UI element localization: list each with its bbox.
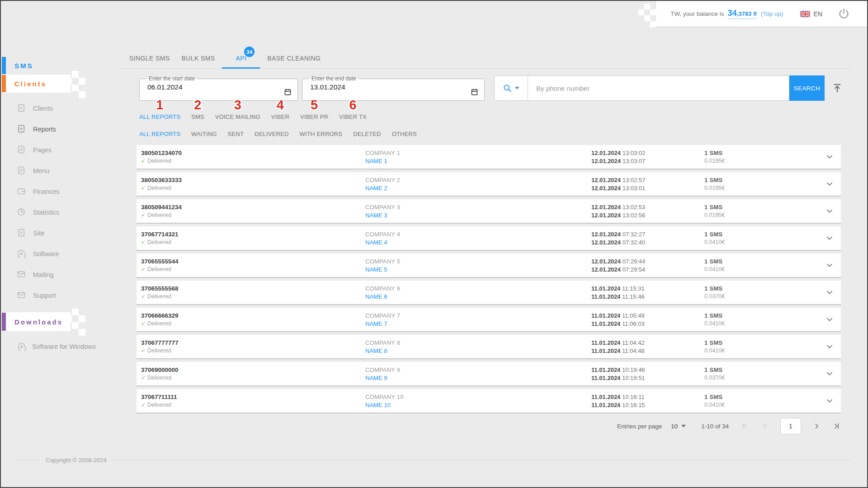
sidebar-item-pages[interactable]: Pages (2, 140, 114, 160)
table-row[interactable]: 37067711111 ✓Delivered COMPANY 10 NAME 1… (137, 389, 841, 413)
sidebar-item-reports[interactable]: Reports (2, 119, 114, 140)
table-row[interactable]: 380503633333 ✓Delivered COMPANY 2 NAME 2… (137, 172, 841, 197)
sender-name-link[interactable]: NAME 5 (365, 266, 591, 273)
delivered-timestamp: 11.01.2024 11:06:03 (591, 320, 704, 328)
tab-base-cleaning[interactable]: BASE CLEANING (267, 48, 321, 68)
expand-row-chevron-icon[interactable] (825, 369, 843, 379)
expand-row-chevron-icon[interactable] (825, 152, 843, 162)
balance-amount[interactable]: 34,3783 ₴ (728, 9, 757, 19)
delivered-timestamp: 12.01.2024 07:29:54 (591, 266, 704, 273)
sidebar-section-sms[interactable]: SMS (2, 56, 114, 75)
sender-name-link[interactable]: NAME 10 (365, 401, 591, 409)
sender-name-link[interactable]: NAME 3 (365, 211, 591, 219)
status-filter-others[interactable]: OTHERS (392, 131, 417, 137)
previous-page-button[interactable] (760, 422, 769, 431)
sender-name-link[interactable]: NAME 2 (365, 184, 591, 192)
first-page-button[interactable] (741, 422, 750, 431)
delivery-status: ✓Delivered (141, 401, 365, 409)
search-type-dropdown[interactable] (494, 75, 528, 101)
company-name: COMPANY 5 (365, 258, 591, 265)
table-row[interactable]: 37069000000 ✓Delivered COMPANY 9 NAME 9 … (137, 362, 841, 386)
report-list: 380501234070 ✓Delivered COMPANY 1 NAME 1… (137, 145, 841, 413)
sender-name-link[interactable]: NAME 6 (365, 293, 591, 300)
expand-row-chevron-icon[interactable] (825, 179, 843, 189)
footer: Copyright © 2008-2024 (17, 457, 851, 464)
envelope-icon (17, 291, 26, 301)
page-size-select[interactable]: 10 (671, 423, 686, 430)
type-filter-all-reports[interactable]: 1 ALL REPORTS (139, 113, 180, 120)
sidebar-item-menu[interactable]: Menu (2, 160, 114, 181)
sms-cost: 0.0410€ (704, 320, 825, 328)
end-date-label: Enter the end date (309, 75, 359, 82)
table-row[interactable]: 37065555568 ✓Delivered COMPANY 6 NAME 6 … (137, 281, 841, 305)
sidebar-item-site[interactable]: Site (2, 223, 114, 244)
last-page-button[interactable] (832, 422, 841, 431)
sender-name-link[interactable]: NAME 7 (365, 320, 591, 328)
sidebar-item-support[interactable]: Support (2, 285, 114, 306)
sidebar-section-downloads[interactable]: Downloads (2, 312, 71, 331)
expand-row-chevron-icon[interactable] (825, 342, 843, 352)
sms-count: 1 SMS (704, 366, 825, 374)
download-icon (17, 249, 26, 259)
expand-row-chevron-icon[interactable] (825, 206, 843, 216)
calendar-icon[interactable] (471, 88, 478, 95)
status-filter-with-errors[interactable]: WITH ERRORS (300, 131, 343, 137)
sidebar-section-clients[interactable]: Clients (2, 75, 71, 93)
sender-name-link[interactable]: NAME 9 (365, 374, 591, 382)
language-selector[interactable]: EN (800, 10, 822, 18)
delivery-status: ✓Delivered (141, 157, 365, 165)
status-filter-delivered[interactable]: DELIVERED (255, 131, 289, 137)
next-page-button[interactable] (812, 422, 821, 431)
search-button[interactable]: SEARCH (789, 75, 825, 101)
status-filter-sent[interactable]: SENT (228, 131, 244, 137)
sender-name-link[interactable]: NAME 1 (365, 157, 591, 165)
status-filter-waiting[interactable]: WAITING (191, 131, 217, 137)
language-code: EN (814, 10, 822, 18)
upload-icon[interactable] (832, 83, 842, 93)
type-filter-viber[interactable]: 4 VIBER (271, 113, 289, 120)
type-filter-viber-pr[interactable]: 5 VIBER PR (300, 113, 328, 120)
expand-row-chevron-icon[interactable] (825, 260, 843, 270)
expand-row-chevron-icon[interactable] (825, 287, 843, 297)
top-up-link[interactable]: (Top up) (761, 10, 783, 17)
document-icon (17, 166, 26, 176)
sidebar-item-software[interactable]: Software (2, 244, 114, 264)
balance-label: TW, your balance is (670, 10, 724, 17)
table-row[interactable]: 37065555544 ✓Delivered COMPANY 5 NAME 5 … (137, 253, 841, 278)
sidebar-menu: Clients Reports Pages Menu Finances Stat… (2, 98, 114, 306)
start-date-input[interactable]: Enter the start date 06.01.2024 (139, 75, 298, 101)
sidebar-item-clients[interactable]: Clients (2, 98, 114, 119)
status-filter-deleted[interactable]: DELETED (353, 131, 381, 137)
table-row[interactable]: 380509441234 ✓Delivered COMPANY 3 NAME 3… (137, 199, 841, 224)
table-row[interactable]: 380501234070 ✓Delivered COMPANY 1 NAME 1… (137, 145, 841, 169)
expand-row-chevron-icon[interactable] (825, 314, 843, 324)
company-name: COMPANY 6 (365, 285, 591, 292)
calendar-icon[interactable] (284, 88, 292, 95)
status-filter-all-reports[interactable]: ALL REPORTS (139, 131, 180, 137)
search-input[interactable] (528, 76, 789, 100)
page-range-label: 1-10 of 34 (701, 423, 729, 430)
tab-api[interactable]: 34 API (236, 48, 247, 68)
sidebar-item-mailing[interactable]: Mailing (2, 264, 114, 285)
tab-bulk-sms[interactable]: BULK SMS (181, 48, 216, 68)
sender-name-link[interactable]: NAME 4 (365, 239, 591, 246)
sidebar-item-software-for-windows[interactable]: Software for Windows (2, 336, 114, 354)
power-icon[interactable] (838, 8, 850, 20)
type-filter-sms[interactable]: 2 SMS (191, 113, 204, 120)
expand-row-chevron-icon[interactable] (825, 233, 843, 243)
delivery-status: ✓Delivered (141, 320, 365, 328)
current-page-input[interactable]: 1 (780, 418, 801, 434)
sender-name-link[interactable]: NAME 8 (365, 347, 591, 355)
tab-single-sms[interactable]: SINGLE SMS (129, 48, 170, 68)
table-row[interactable]: 37067777777 ✓Delivered COMPANY 8 NAME 8 … (137, 335, 841, 359)
document-icon (17, 145, 26, 155)
table-row[interactable]: 37067714321 ✓Delivered COMPANY 4 NAME 4 … (137, 226, 841, 251)
type-filter-voice-mailing[interactable]: 3 VOICE MAILING (215, 113, 260, 120)
sidebar-item-finances[interactable]: Finances (2, 181, 114, 202)
table-row[interactable]: 37066666329 ✓Delivered COMPANY 7 NAME 7 … (137, 308, 841, 332)
type-filter-viber-tx[interactable]: 6 VIBER TX (339, 113, 367, 120)
end-date-input[interactable]: Enter the end date 13.01.2024 (302, 75, 485, 101)
sidebar-item-statistics[interactable]: Statistics (2, 202, 114, 223)
sms-cost: 0.0370€ (704, 293, 825, 300)
expand-row-chevron-icon[interactable] (825, 396, 843, 406)
